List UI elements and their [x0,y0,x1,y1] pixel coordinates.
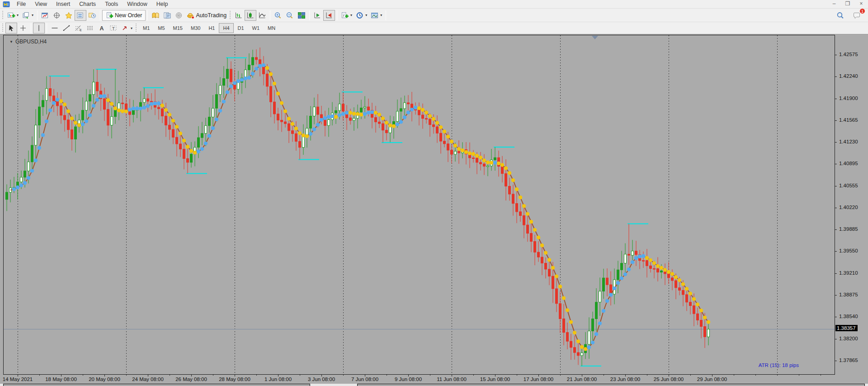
time-minor-tick [517,375,517,376]
price-tick [835,55,837,55]
toolbar-grip[interactable] [135,24,137,33]
time-axis-label: 20 May 08:00 [89,376,120,382]
autotrading-button[interactable]: AutoTrading [185,10,228,21]
chart-symbol-label: ▼ GBPUSD,H4 [9,38,47,45]
fibonacci-button[interactable]: E [72,23,84,33]
vline-button[interactable] [33,23,45,33]
restore-button[interactable]: ❐ [841,0,854,8]
chart-plot-area[interactable]: ▼ GBPUSD,H4 ATR (15): 18 pips [3,35,835,375]
line-chart-button[interactable] [256,10,268,21]
price-axis-label: 1.41230 [839,139,858,144]
hline-button[interactable] [49,23,61,33]
favorites-button[interactable] [63,10,75,21]
menu-item-file[interactable]: File [12,0,30,8]
background-window-edge [3,384,310,386]
toolbar-right-group: 1 [835,10,868,21]
price-axis-label: 1.40555 [839,183,858,188]
terminal-button[interactable] [75,10,86,21]
metaeditor-button[interactable] [161,10,173,21]
toolbar-grip[interactable] [2,11,4,20]
close-button[interactable]: × [854,0,868,8]
menu-item-charts[interactable]: Charts [75,0,100,8]
new-order-button[interactable]: New Order [102,10,146,21]
price-tick [835,186,837,186]
crosshair-button[interactable] [17,23,29,33]
timeframe-button-mn[interactable]: MN [264,23,279,33]
timeframe-button-d1[interactable]: D1 [234,23,248,33]
cursor-button[interactable] [5,23,17,33]
background-windows-strip [0,384,868,386]
time-minor-tick [39,375,40,376]
time-axis-label: 9 Jun 08:00 [395,376,422,382]
market-watch-button[interactable] [39,10,51,21]
time-minor-tick [734,375,734,376]
symbol-text: GBPUSD,H4 [15,38,47,45]
auto-scroll-button[interactable] [311,10,323,21]
periods-dropdown-arrow[interactable]: ▾ [365,13,367,17]
time-minor-tick [170,375,170,376]
indicators-button[interactable]: f▾ [339,10,354,21]
bar-chart-icon [235,12,243,19]
search-button[interactable] [835,10,846,21]
text-button[interactable]: A [96,23,108,33]
price-axis-label: 1.41565 [839,117,858,123]
indicators-dropdown-arrow[interactable]: ▾ [350,13,352,17]
toolbar-separator [147,10,148,20]
new-order-icon [106,12,114,19]
line-chart-icon [258,12,266,19]
profiles-dropdown-arrow[interactable]: ▾ [32,13,33,17]
menu-item-insert[interactable]: Insert [52,0,75,8]
time-minor-tick [647,375,647,376]
notifications-button[interactable]: 1 [851,10,863,21]
channel-button[interactable] [84,23,96,33]
profiles-button[interactable]: ▾ [20,10,35,21]
bar-chart-button[interactable] [233,10,245,21]
trendline-button[interactable] [61,23,72,33]
time-minor-tick [821,375,821,376]
time-minor-tick [560,375,561,376]
market-watch-icon [41,12,49,19]
timeframe-button-m5[interactable]: M5 [154,23,169,33]
timeframe-button-h4[interactable]: H4 [219,23,233,33]
tile-windows-button[interactable] [296,10,307,21]
candle-chart-icon [246,12,255,19]
hline-icon [51,24,59,32]
new-chart-button[interactable]: ▾ [5,10,20,21]
toolbar-separator [31,23,31,33]
periods-button[interactable]: ▾ [354,10,369,21]
timeframe-button-h1[interactable]: H1 [204,23,219,33]
text-label-icon: T [109,24,118,32]
data-window-button[interactable] [51,10,63,21]
time-axis[interactable]: 14 May 202118 May 08:0020 May 08:0024 Ma… [0,375,868,384]
minimize-button[interactable]: – [827,0,841,8]
timeframe-button-w1[interactable]: W1 [248,23,264,33]
candle-chart-button[interactable] [245,10,256,21]
svg-text:T: T [112,26,115,31]
mql-book-button[interactable] [150,10,161,21]
menu-item-help[interactable]: Help [152,0,173,8]
templates-button[interactable]: ▾ [369,10,384,21]
toolbar-grip[interactable] [2,24,4,33]
community-button[interactable] [173,10,185,21]
price-axis-label: 1.40895 [839,161,858,166]
arrows-dropdown-arrow[interactable]: ▾ [131,26,132,30]
zoom-in-button[interactable] [272,10,284,21]
arrows-button[interactable]: ▾ [119,23,134,33]
zoom-out-button[interactable] [284,10,296,21]
menu-item-tools[interactable]: Tools [100,0,123,8]
price-tick [835,164,837,164]
new-chart-dropdown-arrow[interactable]: ▾ [17,13,19,17]
timeframe-button-m1[interactable]: M1 [139,23,154,33]
chart-shift-button[interactable] [323,10,335,21]
candlestick-chart-canvas[interactable] [4,35,835,374]
timeframe-button-m30[interactable]: M30 [187,23,204,33]
menu-item-window[interactable]: Window [123,0,151,8]
collapse-arrow-icon[interactable]: ▼ [9,40,13,44]
text-label-button[interactable]: T [108,23,119,33]
toolbar-grip[interactable] [229,11,231,20]
templates-dropdown-arrow[interactable]: ▾ [380,13,382,17]
menu-item-view[interactable]: View [30,0,52,8]
timeframe-button-m15[interactable]: M15 [169,23,187,33]
price-axis[interactable]: 1.425751.422401.419001.415651.412301.408… [835,35,868,375]
strategy-tester-button[interactable] [86,10,98,21]
